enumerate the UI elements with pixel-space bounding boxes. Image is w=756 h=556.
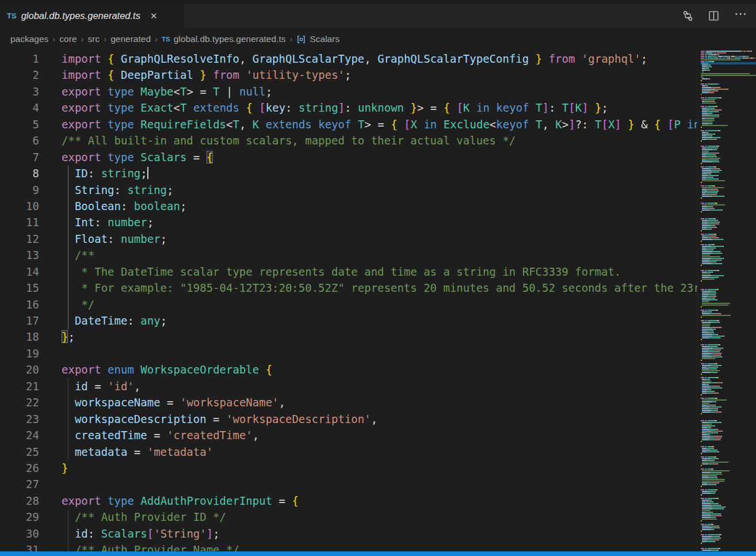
code-token: , — [364, 52, 377, 65]
code-line[interactable]: 3export type Maybe<T> = T | null; — [0, 83, 697, 100]
code-line[interactable]: 18}; — [0, 329, 697, 345]
code-line[interactable]: 10 Boolean: boolean; — [0, 198, 697, 214]
code-line[interactable]: 13 /** — [0, 247, 697, 263]
code-line[interactable]: 15 * For example: "1985-04-12T23:20:50.5… — [0, 280, 697, 296]
line-number: 11 — [0, 214, 39, 230]
code-line[interactable]: 8 ID: string; — [0, 165, 697, 181]
code-line[interactable]: 29 /** Auth Provider ID */ — [0, 509, 697, 525]
code-line[interactable]: 28export type AddAuthProviderInput = { — [0, 493, 697, 509]
code-line[interactable]: 21 id = 'id', — [0, 378, 697, 394]
code-lines[interactable]: 1import { GraphQLResolveInfo, GraphQLSca… — [0, 51, 697, 551]
code-line[interactable]: 17 DateTime: any; — [0, 313, 697, 329]
code-line[interactable]: 14 * The DateTime scalar type represents… — [0, 264, 697, 280]
code-line[interactable]: 31 /** Auth Provider Name */ — [0, 542, 697, 551]
code-token — [239, 101, 246, 114]
line-number: 6 — [0, 132, 39, 148]
code-line[interactable]: 27 — [0, 476, 697, 492]
code-line[interactable]: 20export enum WorkspaceOrderable { — [0, 361, 697, 378]
code-token: export — [62, 151, 101, 163]
code-token: /** Auth Provider ID */ — [75, 511, 226, 523]
code-line[interactable]: 22 workspaceName = 'workspaceName', — [0, 394, 697, 410]
code-token: K — [253, 118, 259, 131]
line-number: 23 — [0, 411, 39, 427]
code-line[interactable]: 6/** All built-in and custom scalars, ma… — [0, 132, 697, 148]
code-token — [259, 118, 265, 131]
breadcrumb-item-core[interactable]: core — [59, 34, 77, 44]
tab-bar: TS global.db.types.generated.ts ✕ — [0, 0, 756, 28]
breadcrumb-item-global-db-types-generated-ts[interactable]: TSglobal.db.types.generated.ts — [162, 34, 285, 44]
code-token: any — [140, 314, 160, 327]
code-token: import — [62, 68, 101, 81]
code-line[interactable]: 19 — [0, 345, 697, 361]
code-line[interactable]: 4export type Exact<T extends { [key: str… — [0, 100, 697, 116]
code-token — [450, 101, 456, 114]
code-token: [ — [404, 118, 410, 131]
code-token: { — [266, 363, 272, 376]
code-token: T — [232, 118, 239, 131]
code-token: : — [345, 101, 358, 114]
code-token — [621, 118, 628, 131]
code-token: T — [180, 85, 186, 98]
code-token: type — [108, 101, 134, 114]
code-token: in — [423, 118, 437, 131]
code-token: ID — [75, 167, 88, 180]
line-number: 2 — [0, 67, 39, 83]
code-line[interactable]: 23 workspaceDescription = 'workspaceDesc… — [0, 411, 697, 427]
code-text: } — [0, 460, 697, 476]
code-token: { — [246, 101, 252, 114]
code-token: ] — [582, 101, 588, 114]
line-number: 29 — [0, 509, 39, 525]
tab-close-button[interactable]: ✕ — [148, 10, 159, 21]
code-line[interactable]: 25 metadata = 'metadata' — [0, 444, 697, 460]
code-token: 'id' — [108, 380, 134, 393]
code-line[interactable]: 12 Float: number; — [0, 231, 697, 247]
code-token — [529, 52, 535, 65]
code-token: metadata — [75, 445, 128, 458]
code-line[interactable]: 30 id: Scalars['String']; — [0, 525, 697, 542]
code-token — [134, 85, 140, 98]
code-line[interactable]: 24 createdTime = 'createdTime', — [0, 427, 697, 443]
code-token: , — [542, 118, 555, 131]
more-actions-button[interactable]: ⋯ — [734, 11, 748, 17]
breadcrumb-item-generated[interactable]: generated — [110, 34, 151, 44]
code-token: unknown — [358, 101, 404, 114]
open-changes-button[interactable] — [682, 10, 693, 21]
code-token: extends — [193, 101, 239, 114]
code-token: , — [279, 396, 285, 409]
breadcrumb-item-scalars[interactable]: Scalars — [296, 34, 339, 44]
code-editor: 1import { GraphQLResolveInfo, GraphQLSca… — [0, 51, 756, 551]
line-number: 5 — [0, 116, 39, 132]
split-editor-button[interactable] — [708, 10, 719, 21]
code-line[interactable]: 1import { GraphQLResolveInfo, GraphQLSca… — [0, 51, 697, 67]
code-token: , — [239, 118, 253, 131]
code-line[interactable]: 9 String: string; — [0, 182, 697, 198]
code-line[interactable]: 11 Int: number; — [0, 214, 697, 230]
code-line[interactable]: 5export type RequireFields<T, K extends … — [0, 116, 697, 132]
line-number: 9 — [0, 182, 39, 198]
breadcrumb-item-src[interactable]: src — [88, 34, 100, 44]
code-line[interactable]: 26} — [0, 460, 697, 476]
code-token: RequireFields — [140, 118, 226, 131]
code-token: , — [371, 413, 377, 425]
code-token: Scalars — [140, 151, 186, 163]
code-token: /** Auth Provider Name */ — [75, 543, 239, 551]
code-token: AddAuthProviderInput — [140, 494, 272, 507]
code-token: [ — [601, 118, 608, 131]
code-token: T — [180, 101, 186, 114]
code-token: workspaceName — [75, 396, 161, 409]
line-number: 24 — [0, 427, 39, 443]
code-token: extends — [266, 118, 312, 131]
code-token: ; — [602, 101, 608, 114]
code-token: in — [687, 118, 697, 131]
code-token — [134, 118, 140, 131]
code-token: keyof — [496, 101, 529, 114]
breadcrumb-item-packages[interactable]: packages — [10, 34, 48, 44]
minimap[interactable] — [697, 51, 756, 551]
vscode-editor-window: TS global.db.types.generated.ts ✕ — [0, 0, 756, 556]
code-line[interactable]: 7export type Scalars = { — [0, 149, 697, 165]
code-line[interactable]: 16 */ — [0, 296, 697, 313]
code-line[interactable]: 2import { DeepPartial } from 'utility-ty… — [0, 67, 697, 83]
tab-global-db-types-generated[interactable]: TS global.db.types.generated.ts ✕ — [0, 4, 184, 28]
code-token — [207, 68, 213, 81]
breadcrumb-separator-icon: › — [100, 34, 110, 44]
